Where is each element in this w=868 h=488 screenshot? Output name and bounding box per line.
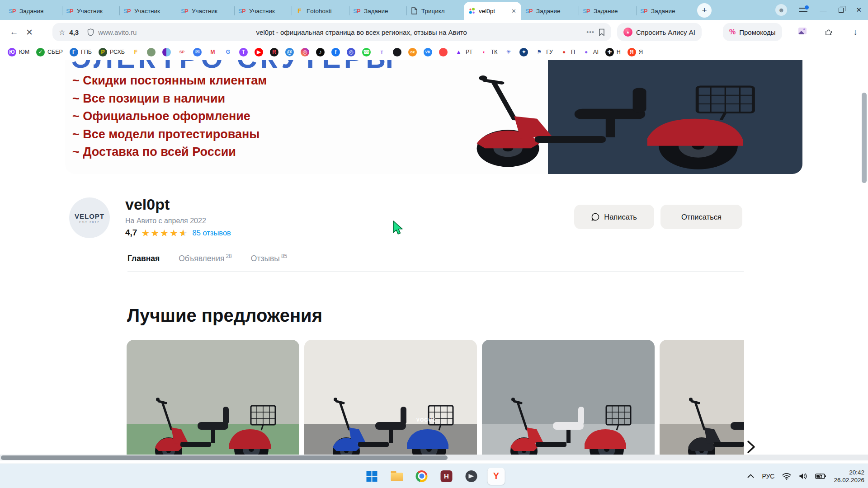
bookmark-item[interactable]: РРСХБ: [99, 48, 125, 56]
screenshot-icon[interactable]: [798, 28, 807, 34]
window-close-button[interactable]: ✕: [856, 6, 862, 14]
bookmark-item[interactable]: M: [208, 48, 217, 56]
write-message-button[interactable]: Написать: [574, 205, 654, 229]
carousel-next-button[interactable]: [745, 440, 757, 454]
browser-profile-avatar[interactable]: ☻: [775, 4, 787, 16]
browser-tab[interactable]: SPЗадания: [5, 2, 62, 20]
browser-tab[interactable]: Трицикл: [406, 2, 464, 20]
taskbar: H Y РУС 20:42: [0, 464, 868, 488]
stop-loading-button[interactable]: ✕: [22, 27, 37, 38]
bookmark-favicon: ◎: [347, 48, 355, 56]
tray-chevron-up-icon[interactable]: [747, 474, 754, 478]
bookmark-item[interactable]: R: [270, 48, 278, 56]
chrome-icon[interactable]: [413, 468, 430, 485]
bookmark-favicon: [162, 48, 171, 56]
bookmark-item[interactable]: т: [377, 48, 386, 56]
bookmark-favicon: Ю: [8, 48, 16, 56]
bookmark-label: ГУ: [546, 49, 553, 55]
bookmark-item[interactable]: ◎: [347, 48, 355, 56]
address-bar[interactable]: ☆ 4,3 www.avito.ru vel0pt - официальная …: [52, 23, 611, 41]
bookmark-item[interactable]: T: [239, 48, 248, 56]
tab-reviews[interactable]: Отзывы85: [251, 253, 287, 263]
tab-main[interactable]: Главная: [127, 254, 160, 263]
bookmark-item[interactable]: ●П: [560, 48, 575, 56]
file-explorer-icon[interactable]: [388, 468, 406, 485]
bookmark-item[interactable]: ✓СБЕР: [36, 48, 63, 56]
bookmark-item[interactable]: ☎: [362, 48, 371, 56]
offer-card[interactable]: [482, 340, 655, 455]
browser-tab[interactable]: SPУчастник: [62, 2, 119, 20]
tab-favicon: SP: [353, 7, 361, 15]
promo-codes-button[interactable]: % Промокоды: [723, 23, 782, 41]
keyboard-language[interactable]: РУС: [762, 473, 774, 480]
bookmark-item[interactable]: ✳: [504, 48, 513, 56]
bookmark-item[interactable]: ЮЮМ: [8, 48, 29, 56]
yandex-browser-icon[interactable]: Y: [488, 468, 505, 485]
browser-tab[interactable]: vel0pt✕: [464, 2, 521, 20]
bookmark-item[interactable]: ⚑ГУ: [535, 48, 553, 56]
bookmark-item[interactable]: [439, 48, 448, 56]
window-minimize-button[interactable]: —: [820, 6, 826, 14]
window-restore-button[interactable]: [839, 8, 844, 13]
profile-tabs: Главная Объявления28 Отзывы85: [127, 253, 287, 263]
offer-card[interactable]: [660, 340, 744, 455]
browser-tab[interactable]: SPУчастник: [119, 2, 177, 20]
bookmark-item[interactable]: ▲РТ: [454, 48, 472, 56]
bookmark-item[interactable]: ЯЯ: [627, 48, 643, 56]
bookmark-item[interactable]: f: [331, 48, 340, 56]
browser-tab[interactable]: FFotohosti: [292, 2, 349, 20]
ask-alice-button[interactable]: ▲ Спросить Алису AI: [617, 23, 702, 41]
browser-tab[interactable]: SPЗадание: [521, 2, 579, 20]
extensions-icon[interactable]: [825, 28, 833, 36]
start-button[interactable]: [363, 468, 381, 485]
bookmark-item[interactable]: ◎: [301, 48, 309, 56]
bookmark-item[interactable]: G: [224, 48, 232, 56]
browser-tab[interactable]: SPЗадание: [349, 2, 406, 20]
bookmark-item[interactable]: ♪: [316, 48, 325, 56]
bookmark-item[interactable]: F: [132, 48, 140, 56]
bookmark-item[interactable]: ГГПБ: [70, 48, 92, 56]
bookmark-flag-icon[interactable]: [599, 28, 605, 36]
volume-icon[interactable]: [799, 473, 807, 480]
vertical-scrollbar-thumb[interactable]: [862, 93, 867, 183]
horizontal-scrollbar-thumb[interactable]: [1, 455, 448, 460]
tab-label: Задание: [651, 8, 689, 14]
downloads-icon[interactable]: ↓: [851, 28, 860, 37]
offer-card[interactable]: VOGUE: [304, 340, 477, 455]
offer-card[interactable]: [127, 340, 299, 455]
bookmark-item[interactable]: ✉: [193, 48, 202, 56]
bookmark-item[interactable]: ◖ТК: [479, 48, 497, 56]
bookmark-item[interactable]: [393, 48, 401, 56]
bookmark-item[interactable]: [147, 48, 156, 56]
taskbar-clock[interactable]: 20:42 26.02.2026: [834, 469, 864, 484]
messenger-app-icon[interactable]: [463, 468, 480, 485]
unsubscribe-button[interactable]: Отписаться: [660, 205, 742, 229]
reviews-link[interactable]: 85 отзывов: [193, 229, 231, 237]
back-button[interactable]: ←: [6, 27, 22, 37]
bookmark-item[interactable]: ок: [408, 48, 417, 56]
site-rating-value: 4,3: [69, 28, 79, 36]
bookmark-item[interactable]: ▶: [255, 48, 263, 56]
wifi-icon[interactable]: [782, 473, 791, 480]
security-shield-icon[interactable]: [87, 28, 94, 36]
bookmark-item[interactable]: VK: [424, 48, 432, 56]
tab-listings[interactable]: Объявления28: [179, 253, 232, 263]
bookmark-item[interactable]: SP: [178, 48, 186, 56]
h-app-icon[interactable]: H: [438, 468, 455, 485]
browser-tab[interactable]: SPУчастник: [177, 2, 234, 20]
browser-menu-icon[interactable]: [799, 7, 807, 13]
bookmark-item[interactable]: ✦: [519, 48, 528, 56]
bookmark-item[interactable]: [162, 48, 171, 56]
bookmark-item[interactable]: ✚Н: [605, 48, 621, 56]
browser-tab[interactable]: SPУчастник: [234, 2, 292, 20]
tab-label: Fotohosti: [307, 8, 345, 14]
bookmark-item[interactable]: ●AI: [582, 48, 599, 56]
bookmark-item[interactable]: @: [285, 48, 294, 56]
browser-tab[interactable]: SPЗадание: [636, 2, 693, 20]
more-actions-icon[interactable]: •••: [586, 28, 594, 36]
battery-icon[interactable]: [815, 473, 826, 479]
new-tab-button[interactable]: +: [697, 3, 712, 18]
tab-close-icon[interactable]: ✕: [510, 8, 517, 14]
browser-tab[interactable]: SPЗадание: [579, 2, 636, 20]
bookmark-label: РТ: [466, 49, 472, 55]
